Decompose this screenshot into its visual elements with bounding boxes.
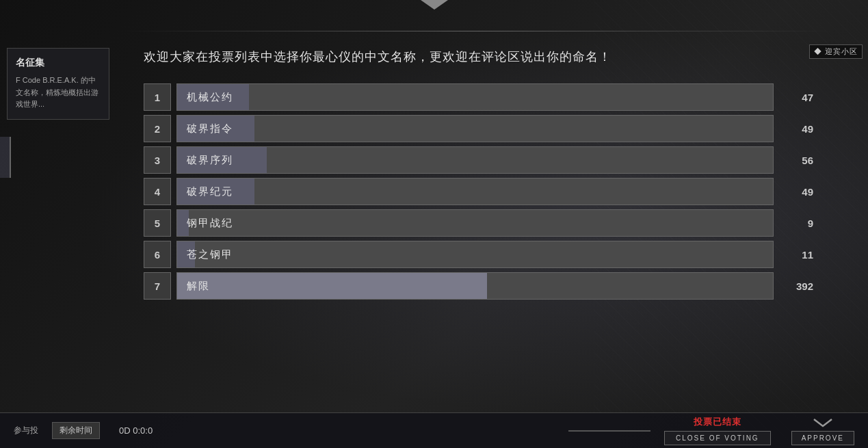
close-voting-section: 投票已结束 CLOSE OF VOTING xyxy=(664,416,771,445)
vote-number: 6 xyxy=(144,241,171,268)
vote-bar-label: 苍之钢甲 xyxy=(187,248,233,261)
vote-bar-label: 机械公约 xyxy=(187,91,233,104)
vote-bar-label: 钢甲战纪 xyxy=(187,217,233,230)
close-voting-button[interactable]: CLOSE OF VOTING xyxy=(664,431,771,445)
vote-item[interactable]: 1机械公约47 xyxy=(144,83,813,111)
vote-number: 2 xyxy=(144,115,171,142)
vote-item[interactable]: 7解限392 xyxy=(144,272,813,300)
vote-item[interactable]: 4破界纪元49 xyxy=(144,178,813,205)
time-value: 0D 0:0:0 xyxy=(119,425,153,436)
progress-line xyxy=(568,430,650,432)
vote-number: 7 xyxy=(144,272,171,300)
bottom-bar: 参与投 剩余时间 0D 0:0:0 投票已结束 CLOSE OF VOTING … xyxy=(0,412,868,448)
vote-bar-label: 解限 xyxy=(187,280,210,293)
vote-item[interactable]: 3破界序列56 xyxy=(144,146,813,174)
vote-bar-label: 破界指令 xyxy=(187,122,233,135)
top-line xyxy=(123,31,834,31)
sidebar-panel: 名征集 F Code B.R.E.A.K. 的中文名称，精炼地概括出游戏世界..… xyxy=(7,48,109,120)
approve-button[interactable]: APPROVE xyxy=(791,431,854,445)
vote-bar-container[interactable]: 苍之钢甲 xyxy=(176,241,774,268)
voting-ended-text: 投票已结束 xyxy=(694,416,741,428)
vote-count: 56 xyxy=(779,155,813,166)
vote-bar-container[interactable]: 破界指令 xyxy=(176,115,774,142)
vote-list: 1机械公约472破界指令493破界序列564破界纪元495钢甲战纪96苍之钢甲1… xyxy=(144,83,813,300)
vote-bar-container[interactable]: 钢甲战纪 xyxy=(176,209,774,237)
left-sidebar: 名征集 F Code B.R.E.A.K. 的中文名称，精炼地概括出游戏世界..… xyxy=(0,34,116,414)
approve-section: APPROVE xyxy=(791,416,854,445)
vote-bar-label: 破界纪元 xyxy=(187,185,233,198)
vote-item[interactable]: 5钢甲战纪9 xyxy=(144,209,813,237)
vote-number: 1 xyxy=(144,83,171,111)
vote-bar-fill xyxy=(177,273,487,299)
vote-count: 9 xyxy=(779,218,813,229)
top-chevron-icon xyxy=(421,0,448,10)
main-content: 欢迎大家在投票列表中选择你最心仪的中文名称，更欢迎在评论区说出你的命名！ 1机械… xyxy=(123,34,834,410)
vote-count: 49 xyxy=(779,123,813,135)
vote-count: 49 xyxy=(779,186,813,198)
vote-number: 5 xyxy=(144,209,171,237)
vote-bar-label: 破界序列 xyxy=(187,154,233,167)
vote-number: 4 xyxy=(144,178,171,205)
vote-number: 3 xyxy=(144,146,171,174)
vote-bar-container[interactable]: 机械公约 xyxy=(176,83,774,111)
participate-label: 参与投 xyxy=(14,425,38,436)
time-label-box: 剩余时间 xyxy=(52,422,100,439)
sidebar-text: F Code B.R.E.A.K. 的中文名称，精炼地概括出游戏世界... xyxy=(16,75,101,111)
sidebar-title: 名征集 xyxy=(16,57,101,69)
vote-count: 11 xyxy=(779,249,813,261)
header-text: 欢迎大家在投票列表中选择你最心仪的中文名称，更欢迎在评论区说出你的命名！ xyxy=(144,48,813,66)
vote-bar-container[interactable]: 破界纪元 xyxy=(176,178,774,205)
vote-item[interactable]: 2破界指令49 xyxy=(144,115,813,142)
vote-count: 392 xyxy=(779,280,813,292)
vote-bar-container[interactable]: 破界序列 xyxy=(176,146,774,174)
vote-item[interactable]: 6苍之钢甲11 xyxy=(144,241,813,268)
vote-count: 47 xyxy=(779,92,813,103)
approve-chevron-icon xyxy=(813,416,833,430)
vote-bar-container[interactable]: 解限 xyxy=(176,272,774,300)
